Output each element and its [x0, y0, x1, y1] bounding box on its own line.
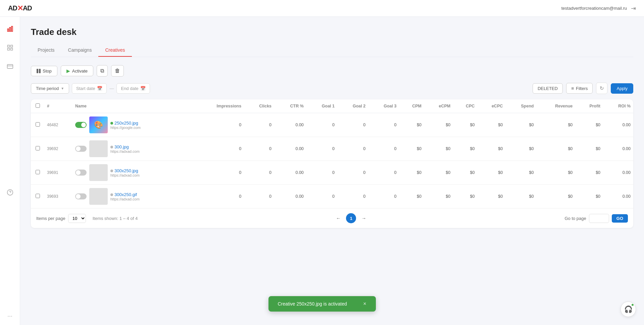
col-name: Name — [72, 99, 193, 113]
items-per-page-select[interactable]: 10 25 50 — [68, 214, 86, 223]
refresh-icon: ↻ — [600, 85, 604, 91]
activate-button[interactable]: ▶ Activate — [61, 65, 93, 76]
apply-button[interactable]: Apply — [611, 83, 633, 94]
sidebar-item-grid[interactable] — [5, 42, 15, 53]
delete-icon: 🗑 — [115, 68, 120, 74]
start-date-input[interactable]: Start date 📅 — [72, 83, 107, 94]
row-goal1: 0 — [306, 137, 337, 161]
row-roi: 0.00 — [603, 161, 633, 185]
row-profit: $0 — [575, 113, 603, 137]
row-revenue: $0 — [536, 137, 575, 161]
row-ecpm: $0 — [424, 113, 453, 137]
tab-projects[interactable]: Projects — [31, 44, 61, 57]
table-row: 39692 300.jpg https://adxad.com — [31, 137, 633, 161]
row-roi: 0.00 — [603, 137, 633, 161]
row-roi: 0.00 — [603, 113, 633, 137]
row-impressions: 0 — [193, 185, 244, 208]
row-id: 39691 — [44, 161, 72, 185]
col-goal3: Goal 3 — [368, 99, 399, 113]
row-spend: $0 — [505, 113, 536, 137]
row-cpm: $0 — [399, 161, 424, 185]
calendar-end-icon: 📅 — [140, 86, 146, 91]
filters-button[interactable]: ≡ Filters — [566, 83, 593, 94]
select-all-checkbox[interactable] — [36, 103, 40, 108]
row-checkbox[interactable] — [36, 170, 40, 174]
copy-icon: ⧉ — [100, 68, 104, 74]
sidebar-item-billing[interactable] — [5, 61, 15, 72]
row-roi: 0.00 — [603, 185, 633, 208]
toast-close-button[interactable]: × — [363, 301, 366, 307]
col-ecpc: eCPC — [477, 99, 505, 113]
creative-thumbnail-placeholder — [89, 140, 108, 157]
row-ecpm: $0 — [424, 161, 453, 185]
col-roi: ROI % — [603, 99, 633, 113]
row-clicks: 0 — [244, 161, 274, 185]
row-goal3: 0 — [368, 113, 399, 137]
creative-name[interactable]: 300x250.jpg — [110, 168, 140, 173]
table-row: 39693 300x250.gif https://adxad.com — [31, 185, 633, 208]
delete-button[interactable]: 🗑 — [111, 65, 124, 77]
sidebar-item-help[interactable] — [5, 187, 15, 198]
row-cpc: $0 — [453, 161, 477, 185]
creative-name[interactable]: 300.jpg — [110, 144, 140, 149]
row-cpm: $0 — [399, 137, 424, 161]
svg-rect-6 — [10, 48, 12, 50]
sidebar-more-icon[interactable]: ··· — [7, 313, 12, 325]
row-ctr: 0.00 — [274, 113, 306, 137]
row-goal1: 0 — [306, 113, 337, 137]
row-profit: $0 — [575, 137, 603, 161]
row-name-cell: 300.jpg https://adxad.com — [72, 137, 193, 161]
row-checkbox[interactable] — [36, 146, 40, 150]
time-period-label: Time period — [36, 86, 59, 91]
support-button[interactable]: 🎧 — [621, 301, 636, 317]
row-goal3: 0 — [368, 185, 399, 208]
prev-page-button[interactable]: ← — [333, 213, 343, 223]
col-revenue: Revenue — [536, 99, 575, 113]
filter-left: Time period ▼ Start date 📅 — End date 📅 — [31, 83, 150, 94]
svg-rect-0 — [7, 29, 8, 32]
table-header: # Name Impressions Clicks CTR % Goal 1 G… — [31, 99, 633, 113]
creative-name[interactable]: 250x250.jpg — [110, 121, 141, 126]
row-toggle[interactable] — [75, 170, 87, 176]
row-ecpc: $0 — [477, 185, 505, 208]
tab-campaigns[interactable]: Campaigns — [61, 44, 99, 57]
row-toggle[interactable] — [75, 122, 87, 128]
logo-x: ✕ — [17, 4, 23, 13]
activate-label: Activate — [72, 68, 88, 74]
sidebar-item-analytics[interactable] — [5, 24, 15, 34]
go-button[interactable]: GO — [612, 214, 628, 223]
page-nav: ← 1 → — [333, 213, 369, 223]
row-clicks: 0 — [244, 137, 274, 161]
row-toggle[interactable] — [75, 146, 87, 152]
logo[interactable]: AD ✕ AD — [8, 4, 32, 13]
refresh-button[interactable]: ↻ — [596, 83, 607, 94]
row-cpm: $0 — [399, 113, 424, 137]
creative-url: https://adxad.com — [110, 173, 140, 177]
row-ctr: 0.00 — [274, 137, 306, 161]
copy-button[interactable]: ⧉ — [97, 65, 108, 77]
stop-button[interactable]: Stop — [31, 66, 57, 76]
start-date-placeholder: Start date — [76, 86, 95, 91]
creative-thumbnail-placeholder — [89, 164, 108, 181]
deleted-button[interactable]: DELETED — [533, 83, 563, 94]
date-separator: — — [109, 86, 114, 91]
end-date-input[interactable]: End date 📅 — [116, 83, 150, 94]
time-period-button[interactable]: Time period ▼ — [31, 83, 69, 94]
row-profit: $0 — [575, 185, 603, 208]
page-title: Trade desk — [31, 27, 633, 37]
row-checkbox[interactable] — [36, 122, 40, 127]
items-per-page-label: Items per page — [36, 216, 65, 221]
logo-ad1: AD — [8, 4, 17, 12]
items-shown-label: Items shown: 1 – 4 of 4 — [93, 216, 138, 221]
next-page-button[interactable]: → — [359, 213, 369, 223]
logout-icon[interactable]: ⇥ — [631, 5, 636, 12]
tab-creatives[interactable]: Creatives — [98, 44, 132, 57]
creative-name[interactable]: 300x250.gif — [110, 192, 140, 197]
sidebar: ··· — [0, 17, 20, 325]
row-toggle[interactable] — [75, 193, 87, 199]
row-checkbox[interactable] — [36, 194, 40, 198]
row-name-cell: 🎨 250x250.jpg https://google.com — [72, 113, 193, 137]
col-cpc: CPC — [453, 99, 477, 113]
go-to-page-input[interactable] — [589, 214, 609, 223]
table-row: 39691 300x250.jpg https://adxad.com — [31, 161, 633, 185]
